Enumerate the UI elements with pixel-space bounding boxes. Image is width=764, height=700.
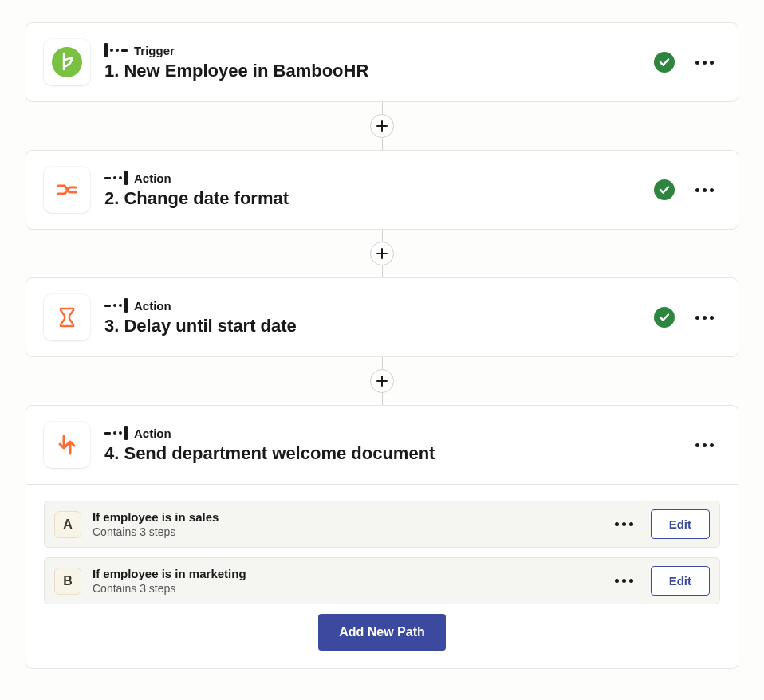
status-check-icon [654, 179, 675, 200]
step-header: Action 2. Change date format [44, 167, 720, 213]
path-steps-count: Contains 3 steps [93, 525, 597, 538]
edit-path-button[interactable]: Edit [651, 509, 710, 539]
step-title: 4. Send department welcome document [104, 443, 675, 464]
path-badge: A [54, 511, 81, 538]
connector [26, 230, 738, 277]
step-type-label: Trigger [134, 44, 175, 57]
step-more-menu[interactable] [689, 183, 720, 197]
path-row[interactable]: A If employee is in sales Contains 3 ste… [44, 501, 720, 548]
bamboohr-app-icon [44, 39, 90, 85]
step-meta: Trigger 1. New Employee in BambooHR [104, 43, 640, 81]
step-title: 1. New Employee in BambooHR [104, 61, 640, 81]
step-card-trigger[interactable]: Trigger 1. New Employee in BambooHR [26, 22, 738, 102]
step-meta: Action 4. Send department welcome docume… [104, 426, 675, 464]
step-meta: Action 2. Change date format [104, 171, 640, 209]
step-type-label: Action [134, 299, 171, 313]
paths-list: A If employee is in sales Contains 3 ste… [26, 484, 738, 668]
connector [26, 357, 738, 405]
step-more-menu[interactable] [689, 56, 720, 69]
step-meta: Action 3. Delay until start date [104, 298, 640, 336]
path-more-menu[interactable] [608, 574, 640, 588]
trigger-type-icon [104, 43, 128, 57]
step-title: 2. Change date format [104, 188, 640, 209]
path-more-menu[interactable] [608, 517, 640, 531]
path-title: If employee is in sales [93, 510, 597, 524]
step-header: Action 4. Send department welcome docume… [44, 422, 720, 468]
step-header: Trigger 1. New Employee in BambooHR [44, 39, 720, 85]
action-type-icon [104, 426, 128, 440]
step-card-action[interactable]: Action 2. Change date format [26, 150, 738, 230]
step-card-action[interactable]: Action 3. Delay until start date [26, 277, 738, 357]
delay-app-icon [44, 294, 90, 340]
status-check-icon [654, 52, 675, 73]
step-type-label: Action [134, 171, 171, 185]
step-card-paths[interactable]: Action 4. Send department welcome docume… [26, 405, 738, 669]
step-more-menu[interactable] [689, 438, 720, 452]
action-type-icon [104, 298, 128, 313]
path-badge: B [54, 568, 81, 595]
add-step-button[interactable] [370, 114, 394, 138]
action-type-icon [104, 171, 128, 185]
status-check-icon [654, 307, 675, 328]
path-steps-count: Contains 3 steps [93, 582, 597, 595]
step-more-menu[interactable] [689, 311, 720, 324]
add-new-path-button[interactable]: Add New Path [318, 614, 446, 651]
step-header: Action 3. Delay until start date [44, 294, 720, 340]
formatter-app-icon [44, 167, 90, 213]
step-type-label: Action [134, 427, 171, 440]
svg-point-0 [52, 47, 82, 77]
path-title: If employee is in marketing [93, 567, 597, 580]
edit-path-button[interactable]: Edit [651, 566, 710, 596]
step-title: 3. Delay until start date [104, 316, 640, 336]
add-step-button[interactable] [370, 369, 394, 393]
path-row[interactable]: B If employee is in marketing Contains 3… [44, 557, 720, 604]
add-step-button[interactable] [370, 242, 394, 265]
paths-app-icon [44, 422, 90, 468]
connector [26, 102, 738, 150]
